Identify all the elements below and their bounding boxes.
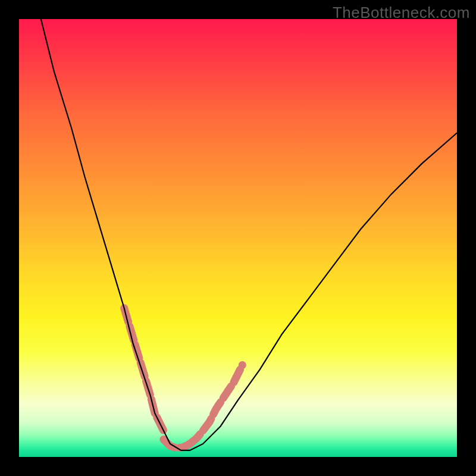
series-highlight-band-left — [124, 308, 164, 431]
series-curve — [41, 19, 457, 450]
series-highlight-band-bottom — [164, 440, 190, 449]
chart-plot-area — [19, 19, 457, 457]
chart-svg-layer — [19, 19, 457, 457]
